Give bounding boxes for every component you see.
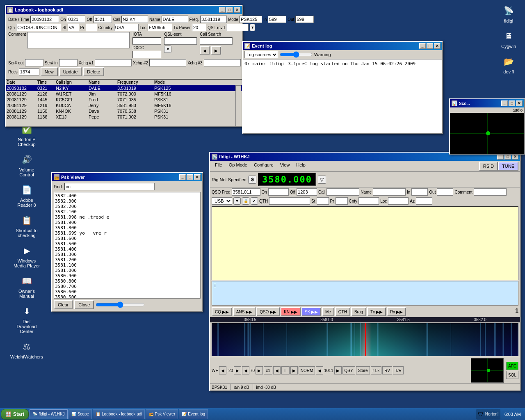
macro-kn[interactable]: KN ▶▶	[281, 307, 301, 316]
logbook-close-btn[interactable]: ✕	[234, 7, 240, 13]
desktop-icon-weightwatchers[interactable]: ⚖ WeightWatchers	[10, 338, 43, 361]
psk-viewer-maximize-btn[interactable]: □	[187, 174, 193, 180]
fldigi-minimize-btn[interactable]: _	[497, 154, 504, 160]
qso-comment-input[interactable]	[474, 188, 507, 196]
loc-input[interactable]	[148, 24, 172, 31]
psk-list-item[interactable]: 3580.600	[55, 289, 199, 294]
psk-list-item[interactable]: 3581.100	[55, 262, 199, 268]
psk-list-item[interactable]: 3581.800	[55, 225, 199, 231]
update-button[interactable]: Update	[59, 67, 82, 76]
rsid-button[interactable]: RSID	[479, 162, 498, 171]
wf-forward-btn[interactable]: ▶	[290, 366, 298, 374]
desktop-icon-adobe[interactable]: 📄 Adobe Reader 8	[10, 181, 43, 210]
in-input[interactable]	[268, 16, 286, 23]
desktop-icon-wmp[interactable]: ▶ Windows Media Player	[10, 242, 43, 270]
mode-input[interactable]	[240, 16, 262, 23]
next-btn[interactable]: ▶	[211, 46, 221, 55]
find-input[interactable]	[64, 183, 155, 190]
name-input[interactable]	[162, 16, 188, 23]
taskbar-scope-btn[interactable]: 📊 Scope	[68, 409, 92, 419]
psk-clear-button[interactable]: Clear	[54, 300, 73, 309]
psk-list-item[interactable]: 3581.300	[55, 252, 199, 257]
tx-text-area[interactable]: I	[212, 281, 518, 306]
desktop-icon-devfl[interactable]: 📂 dev.fl	[492, 53, 525, 76]
psk-list-item[interactable]: 3581.400	[55, 247, 199, 252]
table-row[interactable]: 20090102 0321 N2IKY DALE 3.581019 PSK125	[6, 85, 242, 91]
tx-power-input[interactable]	[192, 24, 206, 31]
taskbar-fldigi-btn[interactable]: 📡 fldigi - W1HKJ	[30, 409, 67, 419]
psk-slider[interactable]	[96, 301, 145, 308]
country-input[interactable]	[114, 24, 139, 31]
psk-list-item[interactable]: 3581.998 ne .treod e	[55, 215, 199, 220]
dxcc-input[interactable]	[132, 51, 161, 58]
psk-list-item[interactable]: 3582.300	[55, 199, 199, 204]
macro-brag[interactable]: Brag	[351, 307, 366, 316]
qsl-sent-input[interactable]	[164, 37, 197, 45]
wf-norm-btn[interactable]: NORM	[299, 366, 315, 374]
psk-list-item[interactable]: 3581.500	[55, 241, 199, 247]
desktop-icon-download[interactable]: ⬇ Diet Download Center	[10, 303, 43, 336]
desktop-icon-volume[interactable]: 🔊 Volume Control	[10, 151, 43, 179]
mode-lock-btn[interactable]: 🔒	[242, 197, 249, 205]
ser-out-input[interactable]	[25, 59, 43, 66]
psk-close-button[interactable]: Close	[74, 300, 94, 309]
scope-titlebar[interactable]: 📊 Sco... _ □ ✕	[450, 99, 524, 107]
psk-list-item[interactable]: 3581.900	[55, 220, 199, 225]
usb-dropdown[interactable]: USB	[212, 197, 232, 205]
loc-input2[interactable]	[388, 197, 409, 205]
rig-btn[interactable]: ⚙	[248, 176, 256, 184]
menu-help[interactable]: Help	[293, 162, 309, 171]
macro-ans[interactable]: ANS ▶▶	[233, 307, 256, 316]
menu-configure[interactable]: Configure	[251, 162, 277, 171]
waterfall-area[interactable]	[212, 323, 518, 356]
menu-file[interactable]: File	[212, 162, 226, 171]
qth-input2[interactable]	[269, 197, 310, 205]
log-sources-dropdown[interactable]: Log sources	[244, 51, 278, 58]
desktop-icon-owners-manual[interactable]: 📖 Owner's Manual	[10, 272, 43, 301]
psk-viewer-minimize-btn[interactable]: _	[179, 174, 186, 180]
macro-rx[interactable]: Rx ▶▶	[387, 307, 406, 316]
macro-me[interactable]: Me	[322, 307, 334, 316]
wf-rev-btn[interactable]: ◀	[316, 366, 323, 374]
psk-list-item[interactable]: 3582.100	[55, 209, 199, 215]
macro-qth[interactable]: QTH	[335, 307, 350, 316]
start-button[interactable]: 🪟 Start	[1, 409, 29, 420]
event-log-close-btn[interactable]: ✕	[434, 43, 441, 49]
qsl-rcvd-input[interactable]	[226, 24, 249, 31]
psk-viewer-close-btn[interactable]: ✕	[194, 174, 201, 180]
table-row[interactable]: 20081129 1219 KD0CA Jerry 3581.983 MF5K1…	[6, 103, 242, 108]
qso-freq-input[interactable]	[232, 188, 260, 196]
event-log-minimize-btn[interactable]: _	[419, 43, 426, 49]
az-input[interactable]	[416, 197, 432, 205]
xchg1-input[interactable]	[95, 59, 132, 66]
call-search-input[interactable]	[200, 37, 233, 45]
xchg2-input[interactable]	[149, 59, 186, 66]
logbook-maximize-btn[interactable]: □	[226, 7, 233, 13]
off-input[interactable]	[94, 16, 112, 23]
freq-down-btn[interactable]: ▽	[318, 176, 326, 184]
psk-list-item[interactable]: 3580.700	[55, 284, 199, 289]
tr-btn[interactable]: T/R	[393, 366, 404, 374]
psk-list-item[interactable]: 3580.500	[55, 294, 199, 299]
fldigi-close-btn[interactable]: ✕	[512, 154, 518, 160]
qth-input[interactable]	[16, 24, 61, 31]
table-row[interactable]: 20081129 1445 KC5GFL Fred 7071.035 PSK31	[6, 97, 242, 103]
qso-log-btn[interactable]: ✔	[251, 197, 258, 205]
wf-left-btn[interactable]: ◀	[219, 366, 226, 374]
macro-cq[interactable]: CQ ▶▶	[212, 307, 232, 316]
desktop-icon-shortcut[interactable]: 📋 Shortcut to checking	[10, 212, 43, 240]
event-log-maximize-btn[interactable]: □	[427, 43, 433, 49]
delete-button[interactable]: Delete	[83, 67, 104, 76]
comment-input[interactable]	[27, 32, 130, 48]
event-log-titlebar[interactable]: 📝 Event log _ □ ✕	[243, 42, 442, 50]
cnty-input[interactable]	[358, 197, 379, 205]
psk-list-item[interactable]: 3582.400	[55, 193, 199, 199]
wf-right-btn[interactable]: ▶	[234, 366, 241, 374]
taskbar-logbook-btn[interactable]: 📋 Logbook - logbook.adi	[93, 409, 145, 419]
rv-btn[interactable]: RV	[382, 366, 392, 374]
scope-minimize-btn[interactable]: _	[501, 100, 508, 106]
st-input[interactable]	[68, 24, 79, 31]
table-row[interactable]: 20081129 1136 XE1J Pepe 7071.002 PSK31	[6, 114, 242, 120]
wf-x1-btn[interactable]: x1	[264, 366, 272, 374]
date-input[interactable]	[30, 16, 59, 23]
